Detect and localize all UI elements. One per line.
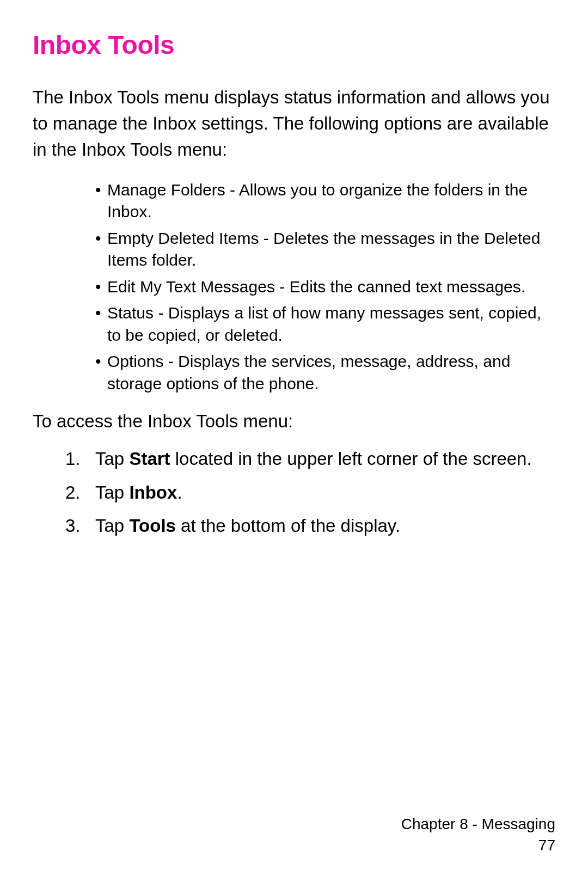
- bullet-item: Options - Displays the services, message…: [95, 351, 555, 395]
- step-number: 1.: [65, 445, 81, 473]
- step-text-bold: Inbox: [129, 482, 177, 502]
- step-text-pre: Tap: [95, 516, 129, 536]
- chapter-label: Chapter 8 - Messaging: [401, 813, 555, 835]
- step-text-pre: Tap: [95, 482, 129, 502]
- steps-list: 1. Tap Start located in the upper left c…: [33, 445, 555, 539]
- bullet-item: Edit My Text Messages - Edits the canned…: [95, 276, 555, 298]
- step-text-bold: Start: [129, 449, 170, 469]
- step-text-bold: Tools: [129, 516, 176, 536]
- intro-paragraph: The Inbox Tools menu displays status inf…: [33, 84, 555, 163]
- bullet-item: Status - Displays a list of how many mes…: [95, 302, 555, 346]
- step-text-post: at the bottom of the display.: [176, 516, 400, 536]
- options-bullet-list: Manage Folders - Allows you to organize …: [33, 179, 555, 395]
- access-instruction: To access the Inbox Tools menu:: [33, 411, 555, 432]
- step-number: 3.: [65, 512, 81, 539]
- step-item: 3. Tap Tools at the bottom of the displa…: [65, 512, 555, 539]
- page-number: 77: [401, 835, 555, 856]
- step-item: 1. Tap Start located in the upper left c…: [65, 445, 555, 473]
- step-number: 2.: [65, 479, 81, 506]
- page-footer: Chapter 8 - Messaging 77: [401, 813, 555, 856]
- section-heading: Inbox Tools: [33, 30, 555, 60]
- bullet-item: Manage Folders - Allows you to organize …: [95, 179, 555, 223]
- bullet-item: Empty Deleted Items - Deletes the messag…: [95, 228, 555, 272]
- step-text-pre: Tap: [95, 449, 129, 469]
- step-text-post: located in the upper left corner of the …: [170, 449, 532, 469]
- step-text-post: .: [177, 482, 182, 502]
- step-item: 2. Tap Inbox.: [65, 479, 555, 506]
